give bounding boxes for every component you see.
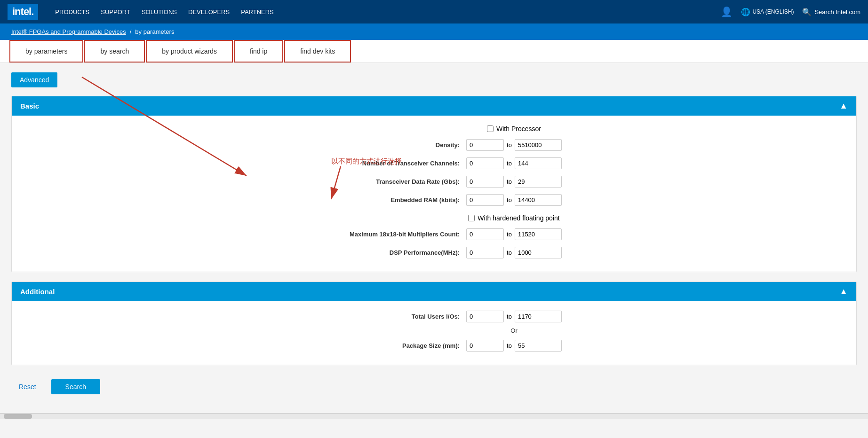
additional-section: Additional ▲ Total Users I/Os: to Or Pac… (11, 282, 857, 365)
breadcrumb-parent[interactable]: Intel® FPGAs and Programmable Devices (11, 28, 126, 35)
multipliers-label: Maximum 18x18-bit Multipliers Count: (306, 231, 466, 238)
basic-section-body: With Processor Density: to Number of Tra… (12, 116, 856, 272)
total-ios-label: Total Users I/Os: (306, 313, 466, 320)
embedded-ram-range: to (466, 194, 562, 206)
search-nav-icon: 🔍 (802, 8, 812, 16)
transceiver-rate-range: to (466, 176, 562, 188)
basic-section: Basic ▲ With Processor Density: to Numbe… (11, 96, 857, 272)
density-row: Density: to (26, 139, 842, 151)
package-size-row: Package Size (mm): to (26, 340, 842, 352)
transceiver-channels-row: Number of Transceiver Channels: to (26, 157, 842, 169)
breadcrumb-separator: / (130, 28, 132, 35)
tab-bar: by parameters by search by product wizar… (0, 40, 868, 63)
density-to-label: to (507, 141, 512, 149)
intel-logo[interactable]: intel. (8, 4, 38, 20)
total-ios-range: to (466, 311, 562, 322)
hardened-fp-checkbox[interactable] (468, 215, 475, 221)
main-content: Advanced 以不同的方式进行选择 Basic ▲ (0, 63, 868, 413)
transceiver-rate-label: Transceiver Data Rate (Gbs): (306, 178, 466, 185)
additional-section-title: Additional (20, 288, 55, 296)
transceiver-channels-to-label: to (507, 160, 512, 167)
tab-by-search[interactable]: by search (84, 40, 145, 63)
tab-by-product-wizards[interactable]: by product wizards (146, 40, 233, 63)
dsp-to-input[interactable] (515, 247, 562, 258)
additional-section-header: Additional ▲ (12, 282, 856, 301)
with-processor-checkbox[interactable] (487, 125, 494, 132)
density-to-input[interactable] (515, 139, 562, 151)
dsp-row: DSP Performance(MHz): to (26, 247, 842, 258)
total-ios-to-input[interactable] (515, 311, 562, 322)
package-size-to-label: to (507, 342, 512, 349)
breadcrumb-current: by parameters (135, 28, 174, 35)
basic-section-title: Basic (20, 102, 39, 110)
search-button[interactable]: Search (51, 379, 100, 394)
transceiver-rate-to-input[interactable] (515, 176, 562, 188)
dsp-range: to (466, 247, 562, 258)
density-range: to (466, 139, 562, 151)
embedded-ram-to-input[interactable] (515, 194, 562, 206)
nav-right: 👤 🌐 USA (ENGLISH) 🔍 Search Intel.com (721, 6, 860, 17)
with-processor-label: With Processor (496, 125, 541, 133)
total-ios-from-input[interactable] (466, 311, 504, 322)
density-from-input[interactable] (466, 139, 504, 151)
bottom-bar: Reset Search (11, 375, 857, 404)
multipliers-to-label: to (507, 231, 512, 238)
basic-section-header: Basic ▲ (12, 96, 856, 116)
tab-find-dev-kits[interactable]: find dev kits (284, 40, 351, 63)
nav-link-support[interactable]: SUPPORT (95, 0, 136, 23)
breadcrumb-bar: Intel® FPGAs and Programmable Devices / … (0, 23, 868, 40)
globe-icon: 🌐 (741, 8, 750, 16)
nav-link-developers[interactable]: DEVELOPERS (183, 0, 235, 23)
embedded-ram-from-input[interactable] (466, 194, 504, 206)
transceiver-rate-from-input[interactable] (466, 176, 504, 188)
embedded-ram-label: Embedded RAM (kbits): (306, 196, 466, 203)
user-icon[interactable]: 👤 (721, 6, 733, 17)
transceiver-rate-row: Transceiver Data Rate (Gbs): to (26, 176, 842, 188)
nav-link-solutions[interactable]: SOLUTIONS (136, 0, 183, 23)
package-size-label: Package Size (mm): (306, 342, 466, 349)
reset-button[interactable]: Reset (11, 379, 44, 394)
search-nav[interactable]: 🔍 Search Intel.com (802, 8, 860, 16)
or-label: Or (510, 327, 517, 334)
multipliers-row: Maximum 18x18-bit Multipliers Count: to (26, 228, 842, 240)
density-label: Density: (306, 141, 466, 149)
or-row: Or (26, 327, 842, 334)
additional-section-body: Total Users I/Os: to Or Package Size (mm… (12, 301, 856, 365)
total-ios-to-label: to (507, 313, 512, 320)
scroll-thumb[interactable] (4, 414, 32, 419)
nav-links: PRODUCTS SUPPORT SOLUTIONS DEVELOPERS PA… (49, 0, 721, 23)
top-nav: intel. PRODUCTS SUPPORT SOLUTIONS DEVELO… (0, 0, 868, 23)
chinese-annotation: 以不同的方式进行选择 (331, 157, 402, 166)
locale-selector[interactable]: 🌐 USA (ENGLISH) (741, 8, 794, 16)
embedded-ram-to-label: to (507, 196, 512, 203)
hardened-fp-row: With hardened floating point (26, 214, 842, 222)
multipliers-range: to (466, 228, 562, 240)
bottom-scrollbar[interactable] (0, 413, 868, 419)
dsp-to-label: to (507, 249, 512, 256)
basic-section-chevron[interactable]: ▲ (839, 101, 848, 111)
package-size-to-input[interactable] (515, 340, 562, 352)
nav-link-partners[interactable]: PARTNERS (235, 0, 279, 23)
package-size-from-input[interactable] (466, 340, 504, 352)
advanced-button[interactable]: Advanced (11, 72, 57, 87)
tab-by-parameters[interactable]: by parameters (9, 40, 83, 63)
annotation-wrapper: Advanced 以不同的方式进行选择 (11, 72, 857, 87)
embedded-ram-row: Embedded RAM (kbits): to (26, 194, 842, 206)
hardened-fp-label: With hardened floating point (478, 214, 559, 222)
with-processor-row: With Processor (26, 125, 842, 133)
total-ios-row: Total Users I/Os: to (26, 311, 842, 322)
transceiver-channels-from-input[interactable] (466, 157, 504, 169)
tab-find-ip[interactable]: find ip (234, 40, 283, 63)
multipliers-from-input[interactable] (466, 228, 504, 240)
nav-link-products[interactable]: PRODUCTS (49, 0, 95, 23)
additional-section-chevron[interactable]: ▲ (839, 287, 848, 297)
transceiver-channels-range: to (466, 157, 562, 169)
transceiver-channels-to-input[interactable] (515, 157, 562, 169)
transceiver-rate-to-label: to (507, 178, 512, 185)
dsp-label: DSP Performance(MHz): (306, 249, 466, 256)
package-size-range: to (466, 340, 562, 352)
multipliers-to-input[interactable] (515, 228, 562, 240)
dsp-from-input[interactable] (466, 247, 504, 258)
